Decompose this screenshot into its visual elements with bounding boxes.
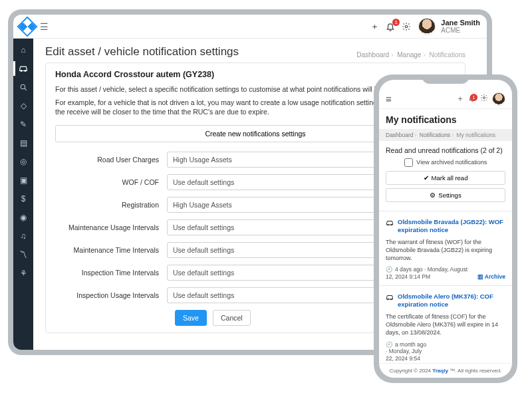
cancel-button[interactable]: Cancel — [213, 310, 251, 326]
save-button[interactable]: Save — [175, 310, 207, 326]
section-heading: Read and unread notifications (2 of 2) — [386, 146, 505, 154]
page-title: My notifications — [379, 109, 512, 129]
nav-chart-icon[interactable]: 〽 — [17, 249, 29, 261]
crumb-notifications[interactable]: Notifications — [420, 132, 450, 138]
archive-link[interactable]: ▥Archive — [477, 273, 505, 280]
notification-body: The certificate of fitness (COF) for the… — [386, 313, 505, 336]
nav-wheel-icon[interactable]: ◎ — [17, 156, 29, 168]
page-title: Edit asset / vehicle notification settin… — [45, 45, 239, 59]
nav-home-icon[interactable]: ⌂ — [17, 44, 29, 56]
gear-icon[interactable] — [480, 94, 488, 104]
menu-icon[interactable]: ☰ — [40, 21, 49, 32]
nav-tag-icon[interactable]: ◇ — [17, 100, 29, 112]
nav-vehicle-icon[interactable] — [17, 63, 29, 74]
phone-notch — [422, 74, 469, 84]
view-archived-label: View archived notifications — [416, 159, 487, 166]
brand-link[interactable]: Traqly — [432, 368, 448, 374]
label-maint-usage: Maintenance Usage Intervals — [55, 223, 167, 231]
nav-users-icon[interactable]: ⚘ — [17, 267, 29, 279]
check-icon: ✔ — [424, 174, 429, 182]
sidebar: ⌂ ◇ ✎ ▤ ◎ ▣ $ ◉ ♫ 〽 ⚘ — [13, 39, 33, 350]
archive-icon: ▥ — [477, 273, 483, 280]
view-archived-checkbox[interactable] — [404, 158, 413, 167]
notification-badge: 1 — [470, 94, 477, 101]
svg-point-0 — [406, 25, 408, 28]
phone-content: My notifications Dashboard› Notification… — [379, 109, 512, 363]
crumb-current: My notifications — [456, 132, 495, 138]
menu-icon[interactable]: ≡ — [386, 93, 392, 104]
bell-icon[interactable]: 1 — [468, 94, 476, 104]
nav-search-icon[interactable] — [17, 81, 29, 93]
nav-target-icon[interactable]: ◉ — [17, 211, 29, 223]
crumb-dashboard[interactable]: Dashboard — [356, 51, 389, 59]
phone-header: ≡ ＋ 1 — [379, 89, 512, 109]
label-maint-time: Maintenance Time Intervals — [55, 246, 167, 254]
crumb-manage[interactable]: Manage — [397, 51, 421, 59]
label-insp-time: Inspection Time Intervals — [55, 269, 167, 277]
car-icon — [386, 293, 394, 303]
label-reg: Registration — [55, 201, 167, 209]
svg-point-4 — [483, 97, 485, 99]
nav-truck-icon[interactable]: ▣ — [17, 174, 29, 186]
car-icon — [386, 219, 394, 228]
nav-dollar-icon[interactable]: $ — [17, 193, 29, 205]
phone-screen: ≡ ＋ 1 My notifications Dashboard› Notifi… — [379, 80, 512, 378]
svg-point-3 — [21, 84, 25, 89]
gear-icon[interactable] — [398, 19, 414, 35]
nav-bell-icon[interactable]: ♫ — [17, 230, 29, 242]
phone-footer: Copyright © 2024 Traqly ™. All rights re… — [379, 363, 512, 378]
crumb-dashboard[interactable]: Dashboard — [386, 132, 414, 138]
breadcrumb: Dashboard› Manage› Notifications — [356, 51, 466, 59]
settings-button[interactable]: ⚙Settings — [386, 188, 505, 202]
add-icon[interactable]: ＋ — [456, 93, 464, 104]
avatar[interactable] — [492, 92, 505, 106]
phone-device: ≡ ＋ 1 My notifications Dashboard› Notifi… — [374, 74, 517, 383]
clock-icon: 🕘 — [386, 266, 393, 273]
tablet-header: ☰ ＋ 1 Jane Smith ACME — [13, 15, 487, 39]
label-ruc: Road User Charges — [55, 156, 167, 164]
notification-time: 🕘4 days ago · Monday, August 12, 2024 9:… — [386, 266, 473, 280]
brand-logo[interactable] — [17, 16, 37, 37]
notification-time: 🕘a month ago · Monday, July 22, 2024 9:5… — [386, 341, 427, 363]
notification-item: Oldsmobile Bravada (JGB22): WOF expirati… — [379, 211, 512, 285]
user-name: Jane Smith — [441, 19, 480, 27]
crumb-current: Notifications — [430, 51, 466, 59]
add-icon[interactable]: ＋ — [366, 19, 382, 35]
notification-body: The warrant of fitness (WOF) for the Old… — [386, 238, 505, 262]
gears-icon: ⚙ — [430, 192, 436, 199]
notification-title-link[interactable]: Oldsmobile Alero (MK376): COF expiration… — [398, 293, 505, 309]
nav-key-icon[interactable]: ✎ — [17, 118, 29, 130]
user-org: ACME — [441, 27, 480, 34]
bell-icon[interactable]: 1 — [382, 19, 398, 35]
label-wof: WOF / COF — [55, 178, 167, 186]
breadcrumb: Dashboard› Notifications› My notificatio… — [379, 129, 512, 141]
notification-item: Oldsmobile Alero (MK376): COF expiration… — [379, 285, 512, 363]
mark-all-read-button[interactable]: ✔Mark all read — [386, 171, 505, 185]
clock-icon: 🕘 — [386, 341, 393, 348]
notification-title-link[interactable]: Oldsmobile Bravada (JGB22): WOF expirati… — [398, 218, 505, 234]
user-label[interactable]: Jane Smith ACME — [441, 19, 480, 34]
avatar[interactable] — [418, 18, 436, 35]
label-insp-usage: Inspection Usage Intervals — [55, 291, 167, 299]
nav-doc-icon[interactable]: ▤ — [17, 137, 29, 149]
